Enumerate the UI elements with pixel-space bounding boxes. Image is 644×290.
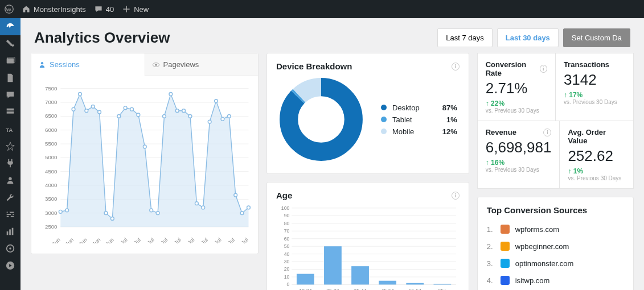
device-breakdown-card: Device Breakdowni Desktop87%Tablet1%Mobi… <box>266 53 469 174</box>
source-row[interactable]: 2.wpbeginner.com <box>487 238 624 255</box>
svg-point-10 <box>8 212 10 214</box>
source-row[interactable]: 4.isitwp.com <box>487 272 624 289</box>
svg-point-67 <box>208 120 211 123</box>
svg-text:10: 10 <box>284 274 290 280</box>
svg-text:18 Jul: 18 Jul <box>221 237 236 243</box>
stat-conversion: Conversion Ratei 2.71% 22% vs. Previous … <box>477 53 555 121</box>
svg-point-72 <box>240 212 244 215</box>
sidebar-media[interactable] <box>0 52 20 69</box>
svg-point-21 <box>155 64 157 66</box>
svg-point-56 <box>137 113 140 117</box>
svg-point-51 <box>104 212 108 215</box>
svg-text:55-64: 55-64 <box>409 288 422 290</box>
wp-admin-bar: MonsterInsights 40 New <box>0 0 644 18</box>
sidebar-dashboard[interactable] <box>0 18 20 35</box>
sidebar-comments[interactable] <box>0 86 20 103</box>
new-content[interactable]: New <box>122 5 149 14</box>
sidebar-analytics[interactable] <box>0 223 20 240</box>
site-home[interactable]: MonsterInsights <box>22 5 86 14</box>
svg-point-70 <box>227 114 231 118</box>
svg-rect-15 <box>12 228 14 235</box>
device-legend: Desktop87%Tablet1%Mobile12% <box>381 100 457 139</box>
range-custom[interactable]: Set Custom Da <box>563 28 630 47</box>
tab-sessions[interactable]: Sessions <box>31 53 145 76</box>
svg-rect-120 <box>379 281 396 285</box>
svg-point-65 <box>195 202 198 205</box>
svg-point-68 <box>215 100 218 103</box>
stat-aov: Avg. Order Value 252.62 1% vs. Previous … <box>559 121 634 189</box>
source-row[interactable]: 1.wpforms.com <box>487 221 624 238</box>
svg-rect-118 <box>351 266 369 284</box>
svg-point-54 <box>124 106 127 110</box>
stat-revenue: Revenuei 6,698,981 16% vs. Previous 30 D… <box>477 121 560 189</box>
range-30-days[interactable]: Last 30 days <box>497 28 559 47</box>
info-icon[interactable]: i <box>540 65 547 73</box>
sidebar-video[interactable] <box>0 257 20 274</box>
svg-point-71 <box>234 193 237 197</box>
svg-point-47 <box>79 93 82 96</box>
sidebar-seo[interactable] <box>0 240 20 257</box>
svg-text:2 Jul: 2 Jul <box>116 237 128 243</box>
svg-point-6 <box>9 177 11 180</box>
svg-text:26 Jun: 26 Jun <box>72 237 88 243</box>
svg-point-61 <box>169 93 173 96</box>
tab-pageviews[interactable]: Pageviews <box>145 53 259 76</box>
page-header: Analytics Overview Last 7 days Last 30 d… <box>20 18 644 53</box>
svg-point-73 <box>247 206 251 209</box>
svg-text:4500: 4500 <box>45 168 57 175</box>
svg-point-19 <box>41 62 43 64</box>
svg-text:35-44: 35-44 <box>354 288 367 290</box>
svg-text:6000: 6000 <box>45 127 57 133</box>
info-icon[interactable]: i <box>543 129 551 136</box>
svg-text:100: 100 <box>281 205 290 211</box>
svg-point-45 <box>65 209 69 212</box>
sidebar-pages[interactable] <box>0 69 20 86</box>
svg-point-12 <box>9 216 11 218</box>
sidebar-posts[interactable] <box>0 35 20 52</box>
range-7-days[interactable]: Last 7 days <box>437 28 493 47</box>
comments-link[interactable]: 40 <box>94 5 114 14</box>
svg-text:21 Jul: 21 Jul <box>235 237 249 243</box>
sidebar-forms[interactable] <box>0 103 20 121</box>
svg-text:65+: 65+ <box>438 288 446 290</box>
info-icon[interactable]: i <box>452 63 460 71</box>
sessions-card: Sessions Pageviews 250030003500400045005… <box>31 53 259 254</box>
sidebar-settings[interactable] <box>0 206 20 223</box>
age-card: Agei 010203040506070809010018-2425-3435-… <box>266 182 469 290</box>
svg-rect-116 <box>324 246 342 284</box>
svg-rect-13 <box>7 231 9 235</box>
sidebar-ta[interactable]: TA <box>0 121 20 138</box>
svg-point-59 <box>156 212 159 215</box>
comments-count: 40 <box>106 5 114 14</box>
svg-point-64 <box>188 114 192 118</box>
sidebar-tools[interactable] <box>0 189 20 206</box>
sidebar-appearance[interactable] <box>0 138 20 155</box>
svg-point-66 <box>202 206 205 209</box>
svg-text:3500: 3500 <box>45 196 57 202</box>
svg-text:20: 20 <box>284 266 290 272</box>
wp-sidebar: TA <box>0 18 20 290</box>
svg-point-53 <box>117 114 121 118</box>
svg-point-17 <box>9 247 11 250</box>
legend-desktop: Desktop87% <box>381 103 457 112</box>
sidebar-plugins[interactable] <box>0 155 20 172</box>
svg-point-48 <box>85 109 88 113</box>
svg-text:50: 50 <box>284 243 290 249</box>
info-icon[interactable]: i <box>452 192 460 200</box>
svg-rect-122 <box>406 283 424 285</box>
wp-logo[interactable] <box>5 5 14 14</box>
user-icon <box>38 61 46 69</box>
svg-text:12 Jul: 12 Jul <box>181 237 196 243</box>
svg-text:16 Jul: 16 Jul <box>208 237 223 243</box>
svg-text:28 Jun: 28 Jun <box>85 237 101 243</box>
svg-point-60 <box>163 114 166 118</box>
page-title: Analytics Overview <box>34 29 170 47</box>
svg-text:60: 60 <box>284 236 290 242</box>
svg-text:90: 90 <box>284 213 290 218</box>
svg-point-46 <box>72 107 75 111</box>
sidebar-users[interactable] <box>0 172 20 189</box>
svg-point-44 <box>59 210 62 213</box>
source-row[interactable]: 3.optinmonster.com <box>487 255 624 272</box>
site-name: MonsterInsights <box>34 5 86 14</box>
svg-point-50 <box>98 110 101 114</box>
